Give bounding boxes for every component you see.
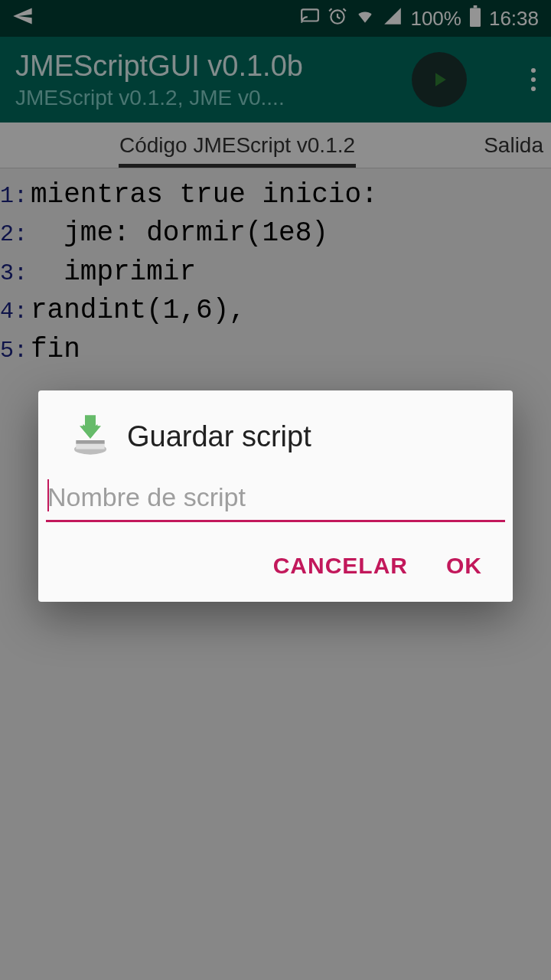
text-cursor [47, 479, 49, 511]
ok-button[interactable]: OK [446, 553, 482, 579]
save-download-icon [69, 413, 112, 459]
modal-overlay[interactable]: Guardar script CANCELAR OK [0, 0, 551, 980]
cancel-button[interactable]: CANCELAR [273, 553, 408, 579]
svg-rect-6 [76, 440, 104, 444]
save-dialog: Guardar script CANCELAR OK [38, 390, 513, 602]
script-name-input[interactable] [46, 475, 505, 522]
dialog-title: Guardar script [127, 420, 311, 453]
